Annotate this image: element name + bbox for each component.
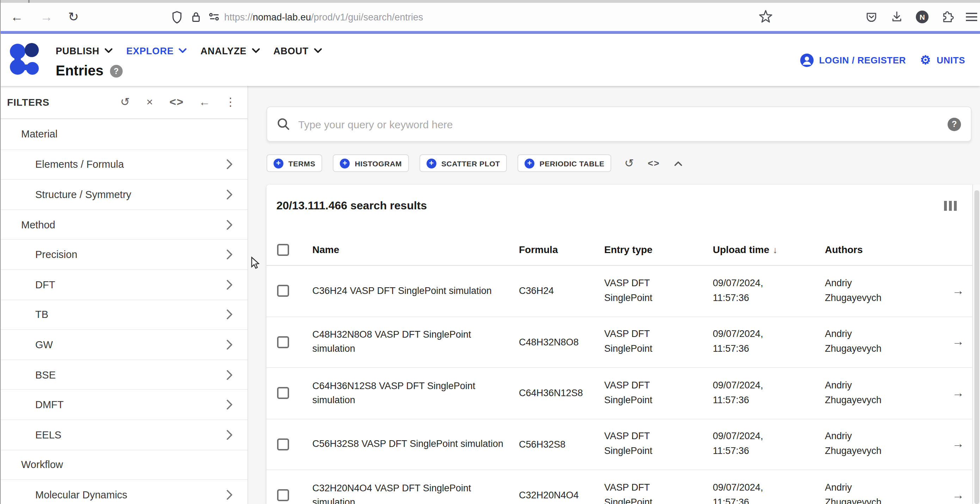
open-entry-arrow-icon[interactable]: → [952,437,964,452]
row-checkbox[interactable] [277,336,289,348]
cell-name: C48H32N8O8 VASP DFT SinglePoint simulati… [312,328,515,356]
filter-item[interactable]: EELS [0,420,247,449]
colbar [954,201,957,211]
filter-item[interactable]: BSE [0,359,247,390]
results-summary: 20/13.111.466 search results [276,199,427,212]
scrollbar-thumb[interactable] [974,190,979,504]
filter-item[interactable]: Elements / Formula [0,149,247,179]
collapse-chevron-up-icon[interactable] [671,154,686,172]
filter-item[interactable]: Workflow [0,449,247,479]
vertical-scrollbar[interactable] [972,185,980,504]
open-entry-arrow-icon[interactable]: → [952,284,964,298]
add-scatter-plot-button[interactable]: + SCATTER PLOT [420,154,507,172]
url-bar[interactable]: https://nomad-lab.eu/prod/v1/gui/search/… [224,3,423,31]
url-path: /prod/v1/gui/search/entries [311,12,423,22]
filter-item[interactable]: Molecular Dynamics [0,479,247,504]
code-icon[interactable]: <> [647,154,661,172]
view-columns-icon[interactable] [944,201,957,211]
menu-hamburger-icon[interactable] [963,8,980,25]
filter-item[interactable]: Material [0,119,247,149]
collapse-panel-icon[interactable]: ← [199,97,210,108]
filter-item[interactable]: TB [0,299,247,329]
add-histogram-button[interactable]: + HISTOGRAM [333,154,409,172]
nav-publish-label: PUBLISH [56,46,99,56]
person-icon [800,53,813,67]
column-header-upload-time[interactable]: Upload time ↓ [713,244,825,255]
open-entry-arrow-icon[interactable]: → [952,488,964,502]
results-card: 20/13.111.466 search results Name Formul… [267,185,974,504]
open-entry-arrow-icon[interactable]: → [952,335,964,349]
page-title-row: Entries ? [56,63,123,79]
filter-item[interactable]: Precision [0,239,247,269]
column-header-entry-type[interactable]: Entry type [604,244,713,255]
nav-publish[interactable]: PUBLISH [56,46,113,56]
cell-upload-time: 09/07/2024, 11:57:36 [713,481,781,504]
column-header-formula[interactable]: Formula [519,244,604,255]
bookmark-star-icon[interactable] [757,8,774,25]
filter-item-label: EELS [35,429,61,440]
lock-icon[interactable] [188,8,204,25]
cell-entry-type: VASP DFT SinglePoint [604,429,663,459]
chevron-down-icon [251,48,260,54]
table-row[interactable]: C56H32S8 VASP DFT SinglePoint simulation… [267,419,974,470]
open-entry-arrow-icon[interactable]: → [952,386,964,401]
row-checkbox[interactable] [277,490,289,502]
column-header-name[interactable]: Name [312,244,519,255]
table-row[interactable]: C64H36N12S8 VASP DFT SinglePoint simulat… [267,368,974,419]
filter-item[interactable]: DFT [0,269,247,299]
row-checkbox[interactable] [277,439,289,450]
filter-item-label: Elements / Formula [35,159,124,170]
cell-formula: C36H24 [519,286,604,296]
extensions-puzzle-icon[interactable] [939,8,956,25]
login-button[interactable]: LOGIN / REGISTER [800,53,906,67]
search-help-icon[interactable]: ? [948,118,961,131]
filters-header: FILTERS ↺ × <> ← ⋮ [0,86,247,119]
search-input[interactable] [298,118,939,130]
browser-forward-icon[interactable]: → [38,8,55,25]
row-checkbox[interactable] [277,285,289,297]
nomad-logo[interactable] [10,43,40,75]
reset-filters-icon[interactable]: ↺ [120,97,130,108]
select-all-checkbox[interactable] [277,243,289,256]
close-filters-icon[interactable]: × [145,97,155,108]
filter-item[interactable]: GW [0,329,247,359]
header-actions: LOGIN / REGISTER ⚙ UNITS [800,34,965,86]
units-button[interactable]: ⚙ UNITS [920,54,965,66]
profile-badge[interactable]: N [914,8,931,25]
nav-explore[interactable]: EXPLORE [126,46,187,56]
chevron-right-icon [226,160,233,170]
column-header-authors[interactable]: Authors [825,244,942,255]
permissions-icon[interactable] [206,8,223,25]
more-options-icon[interactable]: ⋮ [225,97,236,108]
table-row[interactable]: C48H32N8O8 VASP DFT SinglePoint simulati… [267,317,974,368]
search-icon [277,118,290,130]
histogram-label: HISTOGRAM [355,159,402,167]
downloads-icon[interactable] [888,8,905,25]
nav-analyze[interactable]: ANALYZE [200,46,260,56]
profile-initial: N [920,13,925,21]
browser-reload-icon[interactable]: ↻ [65,8,82,25]
filter-list: Material Elements / Formula Structure / … [0,119,247,504]
filters-panel: FILTERS ↺ × <> ← ⋮ Material Elements / F… [0,86,248,504]
chevron-right-icon [226,219,233,229]
reset-widgets-icon[interactable]: ↺ [622,154,636,172]
page-help-icon[interactable]: ? [110,65,123,77]
row-checkbox[interactable] [277,387,289,399]
shield-icon[interactable] [169,8,185,25]
cell-authors: Andriy Zhugayevych [825,328,892,357]
page-title: Entries [56,63,103,79]
nav-about[interactable]: ABOUT [273,46,322,56]
add-periodic-table-button[interactable]: + PERIODIC TABLE [518,154,612,172]
filter-item[interactable]: Method [0,209,247,239]
code-icon[interactable]: <> [170,97,184,108]
table-row[interactable]: C36H24 VASP DFT SinglePoint simulation C… [267,266,974,317]
filter-item[interactable]: DMFT [0,390,247,420]
browser-back-icon[interactable]: ← [8,8,25,25]
filter-item[interactable]: Structure / Symmetry [0,179,247,209]
add-terms-button[interactable]: + TERMS [267,154,323,172]
table-row[interactable]: C32H20N4O4 VASP DFT SinglePoint simulati… [267,470,974,504]
pocket-icon[interactable] [863,8,880,25]
cell-authors: Andriy Zhugayevych [825,276,892,306]
chevron-right-icon [226,250,233,259]
terms-label: TERMS [288,159,315,167]
